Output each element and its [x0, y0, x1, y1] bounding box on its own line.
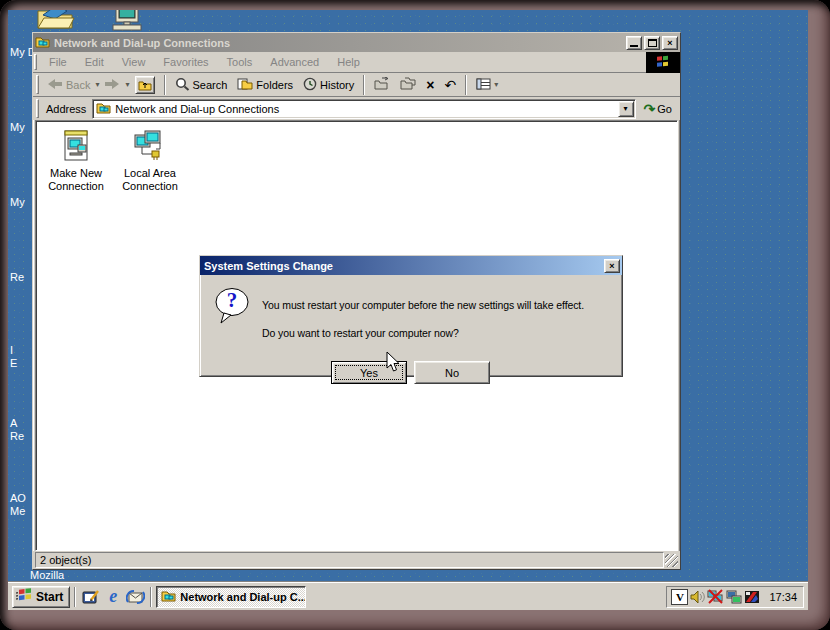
tray-keyboard-layout-icon[interactable]: [743, 589, 760, 605]
menu-advanced[interactable]: Advanced: [261, 54, 328, 70]
address-dropdown-button[interactable]: ▾: [618, 101, 634, 117]
item-label-line: Connection: [117, 180, 183, 193]
back-label: Back: [66, 79, 90, 91]
history-button[interactable]: History: [298, 75, 359, 95]
address-field[interactable]: Network and Dial-up Connections ▾: [92, 99, 635, 119]
tray-v-program-icon[interactable]: V: [671, 589, 688, 605]
toolbar-separator: [465, 75, 467, 95]
menu-edit[interactable]: Edit: [76, 54, 113, 70]
outlook-express-icon[interactable]: [124, 586, 146, 608]
window-title: Network and Dial-up Connections: [54, 37, 624, 49]
item-label-line: Make New: [43, 167, 109, 180]
desktop-label[interactable]: AO: [10, 492, 26, 504]
menu-help[interactable]: Help: [328, 54, 369, 70]
menu-view[interactable]: View: [113, 54, 155, 70]
addressbar-grip[interactable]: [36, 99, 39, 117]
desktop-label[interactable]: Me: [10, 505, 25, 517]
task-folder-icon: [161, 589, 176, 604]
back-button[interactable]: Back: [42, 76, 95, 94]
forward-button[interactable]: [99, 76, 125, 94]
desktop-label-mozilla[interactable]: Mozilla: [30, 569, 64, 581]
dialog-close-button[interactable]: ×: [604, 259, 620, 273]
task-button-network-connections[interactable]: Network and Dial-up C...: [156, 586, 306, 608]
undo-button[interactable]: ↶: [439, 75, 461, 95]
copy-to-button[interactable]: [395, 75, 421, 94]
dialog-message-line2: Do you want to restart your computer now…: [262, 327, 459, 339]
make-new-connection-icon: [58, 155, 94, 167]
desktop-label[interactable]: My: [10, 121, 25, 133]
desktop-label[interactable]: I: [10, 344, 13, 356]
dialog-titlebar[interactable]: System Settings Change ×: [200, 256, 622, 275]
go-button[interactable]: ↷ Go: [636, 101, 680, 117]
go-arrow-icon: ↷: [644, 101, 656, 117]
dialog-message-line1: You must restart your computer before th…: [262, 299, 584, 311]
address-value[interactable]: Network and Dial-up Connections: [115, 103, 279, 115]
desktop-label[interactable]: Re: [10, 430, 24, 442]
close-button[interactable]: ×: [662, 36, 678, 50]
maximize-button[interactable]: [644, 36, 660, 50]
back-icon: [47, 78, 63, 92]
taskbar-clock[interactable]: 17:34: [769, 591, 797, 603]
delete-button[interactable]: ×: [421, 75, 439, 95]
dialog-body: ? You must restart your computer before …: [200, 275, 622, 376]
minimize-button[interactable]: [626, 36, 642, 50]
folders-button[interactable]: Folders: [232, 75, 298, 94]
my-documents-icon[interactable]: [35, 10, 75, 33]
search-button[interactable]: Search: [170, 75, 233, 95]
item-label-line: Connection: [43, 180, 109, 193]
desktop-label[interactable]: My: [10, 196, 25, 208]
internet-explorer-icon[interactable]: e: [102, 586, 124, 608]
menu-file[interactable]: File: [40, 54, 76, 70]
status-text-pane: 2 object(s): [35, 552, 664, 568]
windows-logo-throbber: [646, 52, 680, 73]
file-item-make-new-connection[interactable]: Make New Connection: [43, 129, 109, 193]
monitor: My D My My Re I E A Re AO Me Mozilla Net…: [0, 0, 830, 630]
desktop-label[interactable]: E: [10, 357, 17, 369]
toolbar-separator: [363, 75, 365, 95]
tray-network-disconnected-icon[interactable]: [707, 589, 724, 605]
tray-network-icon[interactable]: [725, 589, 742, 605]
desktop-icon-labels: My D My My Re I E A Re AO Me: [8, 10, 32, 580]
system-tray: V 17:34: [666, 586, 804, 608]
search-label: Search: [193, 79, 228, 91]
status-bar: 2 object(s): [33, 551, 680, 569]
show-desktop-icon[interactable]: [80, 586, 102, 608]
menu-bar: File Edit View Favorites Tools Advanced …: [33, 52, 680, 73]
menubar-grip[interactable]: [34, 54, 37, 70]
maximize-icon: [648, 39, 657, 47]
no-button[interactable]: No: [414, 361, 490, 384]
address-bar: Address Network and Dial-up Connections …: [33, 97, 680, 120]
up-button[interactable]: [130, 74, 160, 96]
history-icon: [303, 77, 317, 93]
toolbar: Back ▾ ▾ Search Folders: [33, 73, 680, 97]
move-to-button[interactable]: [369, 75, 395, 94]
dialog-title: System Settings Change: [204, 260, 602, 272]
views-dropdown-icon[interactable]: ▾: [494, 80, 498, 89]
window-titlebar[interactable]: Network and Dial-up Connections ×: [33, 33, 680, 52]
minimize-icon: [630, 45, 638, 47]
views-button[interactable]: ▾: [471, 76, 503, 94]
folders-label: Folders: [256, 79, 293, 91]
desktop[interactable]: My D My My Re I E A Re AO Me Mozilla Net…: [8, 10, 808, 610]
menu-favorites[interactable]: Favorites: [154, 54, 217, 70]
question-glyph: ?: [214, 288, 250, 313]
toolbar-grip[interactable]: [36, 75, 39, 93]
folders-icon: [237, 77, 253, 92]
start-button[interactable]: Start: [12, 586, 70, 608]
taskbar-separator: [74, 587, 76, 607]
file-item-local-area-connection[interactable]: Local Area Connection: [117, 129, 183, 193]
local-area-connection-icon: [132, 155, 168, 167]
system-settings-change-dialog: System Settings Change × ? You must rest…: [199, 255, 623, 377]
menu-tools[interactable]: Tools: [218, 54, 262, 70]
tray-volume-icon[interactable]: [689, 589, 706, 605]
resize-grip[interactable]: [665, 554, 678, 567]
go-label: Go: [657, 103, 672, 115]
desktop-label[interactable]: My D: [10, 46, 32, 58]
address-folder-icon: [96, 101, 111, 116]
copy-to-icon: [400, 77, 416, 92]
no-label: No: [445, 367, 459, 379]
my-computer-icon[interactable]: [111, 10, 145, 33]
desktop-label[interactable]: A: [10, 417, 17, 429]
address-label: Address: [42, 103, 92, 115]
desktop-label[interactable]: Re: [10, 271, 24, 283]
